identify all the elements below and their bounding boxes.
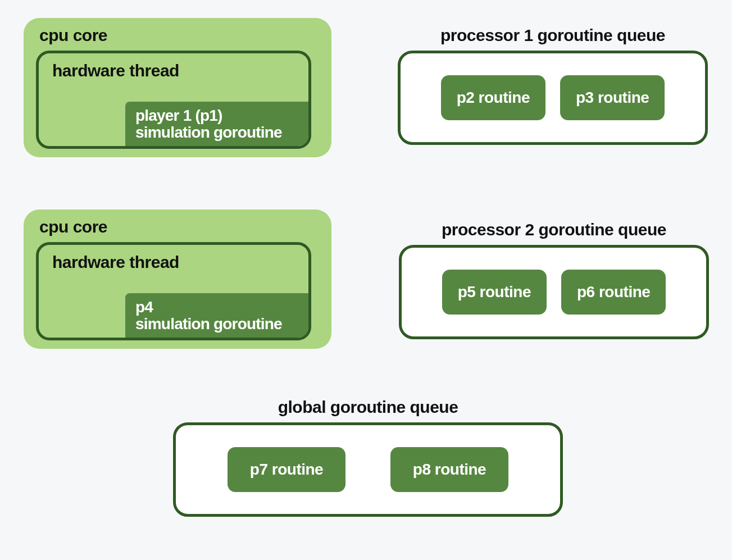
running-goroutine-1-line1: player 1 (p1): [135, 107, 301, 124]
processor-2-queue: processor 2 goroutine queue p5 routine p…: [399, 220, 709, 339]
running-goroutine-2: p4 simulation goroutine: [125, 293, 311, 340]
processor-2-queue-title: processor 2 goroutine queue: [399, 220, 709, 239]
cpu-core-2-title: cpu core: [39, 217, 319, 236]
cpu-core-1: cpu core hardware thread player 1 (p1) s…: [24, 18, 331, 157]
hardware-thread-2-title: hardware thread: [52, 253, 308, 272]
global-queue-box: p7 routine p8 routine: [173, 422, 563, 517]
queue-item-p6: p6 routine: [561, 270, 666, 315]
queue-item-p7: p7 routine: [228, 447, 345, 492]
processor-2-queue-box: p5 routine p6 routine: [399, 245, 709, 339]
hardware-thread-2: hardware thread p4 simulation goroutine: [36, 242, 311, 340]
processor-1-queue: processor 1 goroutine queue p2 routine p…: [398, 26, 708, 145]
global-queue: global goroutine queue p7 routine p8 rou…: [173, 398, 563, 517]
running-goroutine-2-line1: p4: [135, 299, 301, 315]
queue-item-p8: p8 routine: [390, 447, 508, 492]
processor-1-queue-box: p2 routine p3 routine: [398, 51, 708, 145]
global-queue-title: global goroutine queue: [173, 398, 563, 417]
running-goroutine-2-line2: simulation goroutine: [135, 316, 301, 332]
running-goroutine-1: player 1 (p1) simulation goroutine: [125, 102, 311, 148]
queue-item-p2: p2 routine: [441, 75, 545, 120]
queue-item-p5: p5 routine: [442, 270, 547, 315]
cpu-core-2: cpu core hardware thread p4 simulation g…: [24, 210, 331, 349]
running-goroutine-1-line2: simulation goroutine: [135, 124, 301, 140]
processor-1-queue-title: processor 1 goroutine queue: [398, 26, 708, 45]
hardware-thread-1: hardware thread player 1 (p1) simulation…: [36, 51, 311, 149]
queue-item-p3: p3 routine: [560, 75, 665, 120]
hardware-thread-1-title: hardware thread: [52, 61, 308, 80]
cpu-core-1-title: cpu core: [39, 26, 319, 45]
